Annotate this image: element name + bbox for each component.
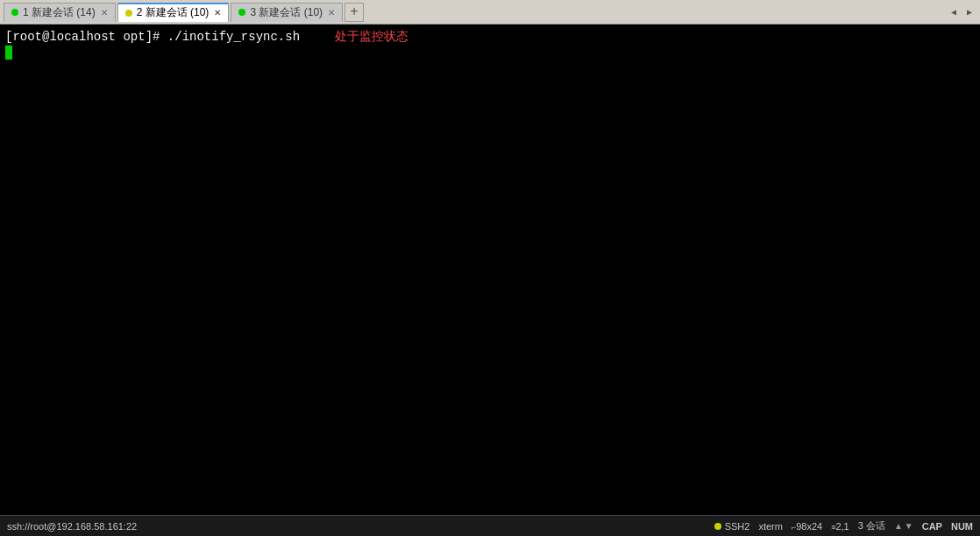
tab-2[interactable]: 2 新建会话 (10) ✕ <box>117 3 230 22</box>
tab-2-label: 2 新建会话 (10) <box>137 5 209 20</box>
tab-3[interactable]: 3 新建会话 (10) ✕ <box>231 3 343 22</box>
status-emulator: xterm <box>758 521 783 532</box>
tab-1[interactable]: 1 新建会话 (14) ✕ <box>4 3 116 22</box>
tab-1-dot <box>11 9 18 16</box>
status-num-indicator: NUM <box>951 521 973 532</box>
status-ssh-indicator: SSH2 <box>714 521 750 532</box>
tab-navigation: ◀ ▶ <box>947 5 976 19</box>
status-sessions: 3 会话 <box>858 519 885 532</box>
status-bar: ssh://root@192.168.58.161:22 SSH2 xterm … <box>0 515 980 536</box>
tab-1-label: 1 新建会话 (14) <box>23 5 96 20</box>
add-tab-button[interactable]: + <box>344 3 364 22</box>
tab-3-close[interactable]: ✕ <box>328 8 335 18</box>
tab-2-close[interactable]: ✕ <box>214 8 221 18</box>
tab-3-dot <box>238 9 245 16</box>
tab-bar: 1 新建会话 (14) ✕ 2 新建会话 (10) ✕ 3 新建会话 (10) … <box>0 0 980 25</box>
status-right-section: SSH2 xterm ⌐98x24 ≡2,1 3 会话 ▲ ▼ CAP NUM <box>714 519 973 532</box>
terminal-line-2 <box>5 46 975 60</box>
status-arrow-buttons: ▲ ▼ <box>894 521 913 531</box>
tab-3-label: 3 新建会话 (10) <box>250 5 323 20</box>
terminal-status: 处于监控状态 <box>335 28 408 46</box>
status-cap-indicator: CAP <box>922 521 942 532</box>
scroll-down-icon[interactable]: ▼ <box>905 521 913 531</box>
terminal-prompt: [root@localhost opt]# ./inotify_rsync.sh <box>5 28 300 46</box>
status-connection: ssh://root@192.168.58.161:22 <box>7 521 137 532</box>
terminal-line-1: [root@localhost opt]# ./inotify_rsync.sh… <box>5 28 975 46</box>
status-size: ⌐98x24 <box>792 521 822 532</box>
ssh-dot-icon <box>714 523 721 530</box>
tab-1-close[interactable]: ✕ <box>101 8 108 18</box>
tab-2-dot <box>125 10 132 17</box>
terminal-cursor <box>5 46 12 60</box>
status-protocol: SSH2 <box>725 521 750 532</box>
status-position: ≡2,1 <box>831 521 849 532</box>
terminal-area[interactable]: [root@localhost opt]# ./inotify_rsync.sh… <box>0 25 980 515</box>
tab-next-button[interactable]: ▶ <box>962 5 976 19</box>
tab-prev-button[interactable]: ◀ <box>947 5 961 19</box>
scroll-up-icon[interactable]: ▲ <box>894 521 903 531</box>
